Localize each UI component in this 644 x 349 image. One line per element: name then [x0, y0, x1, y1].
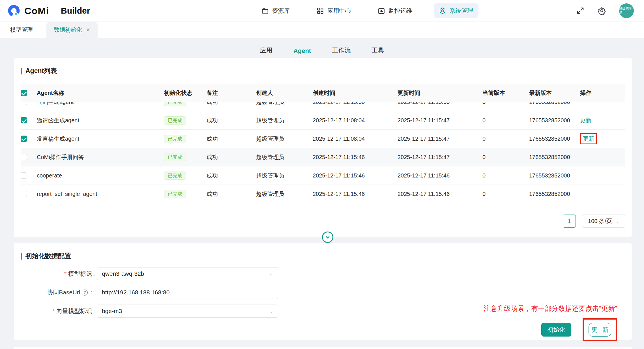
- table-row: CoMi操作手册问答 已完成 成功 超级管理员 2025-12-17 11:15…: [21, 148, 625, 166]
- required-asterisk: *: [64, 270, 66, 277]
- nav-item-system-management[interactable]: 系统管理: [434, 3, 478, 18]
- cell-latest-version: 1765532852000: [529, 102, 580, 105]
- status-badge: 已完成: [164, 172, 186, 180]
- col-agent-name: Agent名称: [37, 89, 164, 97]
- cell-current-version: 0: [482, 136, 529, 142]
- cell-updated: 2025-12-17 11:15:46: [398, 172, 482, 179]
- wtab-data-init[interactable]: 数据初始化 ✕: [46, 22, 98, 38]
- update-link[interactable]: 更新: [583, 136, 594, 142]
- wtab-model-management[interactable]: 模型管理: [2, 22, 41, 38]
- tab-tools[interactable]: 工具: [372, 46, 384, 60]
- cell-created: 2025-12-17 11:15:46: [313, 191, 398, 197]
- field-label: * 向量模型标识 :: [21, 307, 95, 315]
- init-config-card: 初始化数据配置 * 模型标识 : qwen3-awq-32b ⌄ 协同BaseU…: [14, 243, 632, 340]
- cell-current-version: 0: [482, 191, 529, 197]
- collapse-toggle[interactable]: [322, 232, 333, 243]
- close-icon[interactable]: ✕: [86, 27, 90, 33]
- fullscreen-icon[interactable]: [576, 7, 585, 15]
- page-number-button[interactable]: 1: [563, 215, 576, 228]
- status-badge: 已完成: [164, 190, 186, 198]
- tab-workflow[interactable]: 工作流: [332, 46, 351, 60]
- cell-agent-name: 发言稿生成agent: [37, 135, 164, 143]
- action-buttons: 初始化 更 新: [541, 318, 617, 341]
- vector-model-id-select[interactable]: bge-m3 ⌄: [97, 305, 278, 318]
- field-label: * 模型标识 :: [21, 270, 95, 278]
- row-checkbox[interactable]: [21, 172, 27, 179]
- nav-item-monitor-ops[interactable]: 监控运维: [373, 3, 417, 18]
- cell-agent-name: 邀请函生成agent: [37, 117, 164, 124]
- cell-updated: 2025-12-17 11:15:46: [398, 191, 482, 197]
- update-link[interactable]: 更新: [580, 117, 591, 123]
- tab-label: 应用: [260, 47, 272, 54]
- select-value: qwen3-awq-32b: [102, 270, 269, 277]
- chevron-down-icon: ⌄: [269, 271, 273, 277]
- nav-label: 资源库: [272, 7, 290, 15]
- col-note: 备注: [207, 89, 256, 97]
- table-row: report_sql_single_agent 已完成 成功 超级管理员 202…: [21, 185, 625, 203]
- cell-current-version: 0: [482, 102, 529, 105]
- update-button[interactable]: 更 新: [589, 323, 611, 337]
- cell-note: 成功: [207, 190, 256, 198]
- model-id-select[interactable]: qwen3-awq-32b ⌄: [97, 267, 278, 280]
- monitor-icon: [378, 7, 385, 14]
- label-colon: :: [93, 270, 95, 277]
- button-label: 更 新: [591, 326, 610, 334]
- col-updated-time: 更新时间: [398, 89, 482, 97]
- brand: CoMi Builder: [0, 4, 158, 17]
- row-checkbox[interactable]: [21, 136, 27, 142]
- cell-updated: 2025-12-17 11:15:47: [398, 154, 482, 160]
- form-row-base-url: 协同BaseUrl ? ： http://192.168.188.168:80: [21, 286, 625, 299]
- annotation-red-box: 更 新: [583, 318, 617, 341]
- wtab-label: 模型管理: [10, 26, 33, 34]
- init-config-title: 初始化数据配置: [21, 243, 625, 260]
- cell-created: 2025-12-17 11:08:04: [313, 136, 398, 142]
- page-size-select[interactable]: 100 条/页 ⌄: [582, 215, 625, 228]
- brand-divider: [55, 7, 55, 15]
- table-row: 发言稿生成agent 已完成 成功 超级管理员 2025-12-17 11:08…: [21, 130, 625, 148]
- cell-note: 成功: [207, 153, 256, 161]
- col-init-status: 初始化状态: [164, 89, 207, 97]
- cell-agent-name: 代码生成agent: [37, 102, 164, 106]
- chevron-down-icon: ⌄: [269, 308, 273, 314]
- page-size-value: 100 条/页: [588, 217, 612, 225]
- tab-label: 工具: [372, 47, 384, 54]
- select-all-checkbox[interactable]: [21, 90, 27, 96]
- avatar[interactable]: 超级管理员: [619, 3, 634, 18]
- col-creator: 创建人: [256, 89, 313, 97]
- select-value: bge-m3: [102, 308, 269, 314]
- cell-updated: 2025-12-17 11:15:47: [398, 136, 482, 142]
- initialize-button[interactable]: 初始化: [541, 323, 571, 337]
- cell-latest-version: 1765532852000: [529, 136, 580, 142]
- nav-item-app-center[interactable]: 应用中心: [312, 3, 356, 18]
- label-text: 模型标识: [68, 270, 92, 278]
- table-header-row: Agent名称 初始化状态 备注 创建人 创建时间 更新时间 当前版本 最新版本…: [21, 84, 625, 102]
- question-circle-icon[interactable]: ?: [82, 290, 88, 296]
- agent-list-card: Agent列表 Agent名称 初始化状态 备注 创建人 创建时间 更新时间 当…: [14, 58, 632, 237]
- cell-current-version: 0: [482, 117, 529, 124]
- folder-icon: [261, 7, 269, 14]
- row-checkbox[interactable]: [21, 102, 27, 105]
- cell-created: 2025-12-17 11:15:46: [313, 154, 398, 160]
- agent-table: Agent名称 初始化状态 备注 创建人 创建时间 更新时间 当前版本 最新版本…: [21, 84, 625, 203]
- tab-app[interactable]: 应用: [260, 46, 272, 60]
- title-accent-bar: [21, 68, 22, 74]
- gear-icon[interactable]: [598, 7, 606, 15]
- base-url-input[interactable]: http://192.168.188.168:80: [97, 286, 278, 299]
- nav-item-resource-library[interactable]: 资源库: [256, 3, 295, 18]
- label-text: 向量模型标识: [56, 307, 92, 315]
- button-label: 初始化: [548, 326, 565, 334]
- cell-note: 成功: [207, 172, 256, 179]
- status-badge: 已完成: [164, 102, 186, 106]
- cell-creator: 超级管理员: [256, 117, 313, 124]
- chevron-down-icon: ⌄: [615, 219, 619, 224]
- title-accent-bar: [21, 253, 22, 260]
- cell-creator: 超级管理员: [256, 153, 313, 161]
- row-checkbox[interactable]: [21, 117, 27, 123]
- cell-note: 成功: [207, 117, 256, 124]
- header-right: 超级管理员: [576, 3, 644, 18]
- row-checkbox[interactable]: [21, 154, 27, 160]
- page-number: 1: [568, 218, 571, 224]
- label-text: 协同BaseUrl: [47, 288, 80, 296]
- row-checkbox[interactable]: [21, 191, 27, 197]
- cell-creator: 超级管理员: [256, 172, 313, 179]
